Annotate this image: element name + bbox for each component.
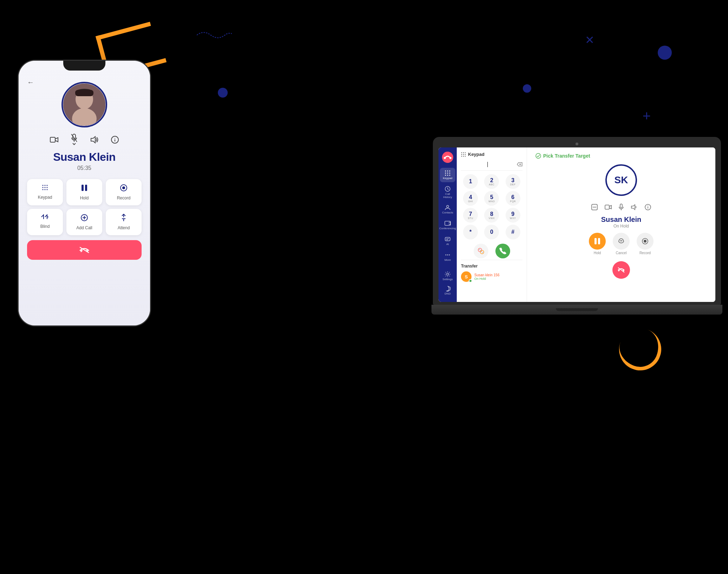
video-icon[interactable]	[50, 136, 58, 143]
sidebar-item-more[interactable]: More	[440, 250, 455, 264]
attend-action-button[interactable]: Attend	[106, 209, 142, 235]
svg-point-62	[461, 156, 462, 156]
keypad-panel-title: Keypad	[461, 152, 522, 157]
key-1[interactable]: 1	[463, 174, 478, 189]
key-4[interactable]: 4 GHI	[463, 191, 478, 206]
deco-orange-arc	[613, 322, 667, 376]
add-call-action-button[interactable]: Add Call	[66, 209, 102, 235]
svg-point-34	[442, 152, 453, 163]
svg-point-17	[45, 187, 46, 188]
right-panel: Pick Transfer Target SK	[527, 147, 715, 302]
cancel-button[interactable]	[613, 233, 630, 250]
key-3[interactable]: 3 DEF	[506, 174, 520, 189]
mic-muted-icon[interactable]	[71, 134, 77, 146]
keypad-display[interactable]: |	[461, 161, 515, 167]
svg-point-58	[465, 152, 466, 153]
pick-transfer-label: Pick Transfer Target	[543, 153, 590, 159]
phone-action-grid: Keypad Hold Record	[27, 179, 142, 235]
svg-point-54	[449, 254, 450, 255]
key-6[interactable]: 6 PQR	[506, 191, 520, 206]
transfer-contact-item[interactable]: S Susan klein 156 On Hold	[461, 271, 522, 282]
info-icon[interactable]	[111, 136, 119, 144]
transfer-title: Transfer	[461, 264, 522, 269]
sidebar-item-keypad[interactable]: Keypad	[440, 168, 455, 182]
svg-point-36	[449, 157, 451, 159]
sidebar-keypad-label: Keypad	[443, 177, 452, 180]
sidebar-item-conferencing[interactable]: Conferencing	[440, 218, 455, 232]
transfer-button[interactable]	[474, 244, 488, 258]
key-7[interactable]: 7 STU	[463, 208, 478, 223]
sidebar-item-call-history[interactable]: Call History	[440, 184, 455, 201]
caller-status-display: On Hold	[613, 224, 629, 229]
deco-dot-navy-1	[218, 88, 228, 98]
deco-dot-navy-3	[658, 46, 672, 60]
blind-action-button[interactable]: Blind	[27, 209, 63, 235]
end-call-circle-button[interactable]	[612, 261, 630, 279]
hold-action: Hold	[589, 233, 606, 255]
svg-rect-73	[605, 205, 609, 209]
record-icon	[120, 184, 128, 193]
svg-line-69	[479, 249, 483, 253]
call-video-icon[interactable]	[605, 204, 612, 211]
svg-point-56	[461, 152, 462, 153]
transfer-status: On Hold	[474, 277, 499, 281]
avatar	[61, 82, 107, 127]
call-speaker-icon[interactable]	[631, 204, 638, 212]
speaker-icon[interactable]	[90, 136, 98, 144]
sidebar-conferencing-label: Conferencing	[439, 227, 456, 230]
svg-rect-4	[75, 90, 93, 96]
sidebar-ai-label: AI	[446, 243, 449, 246]
sidebar-more-label: More	[444, 259, 451, 262]
pick-transfer-target-header: Pick Transfer Target	[535, 153, 590, 159]
svg-point-80	[648, 206, 648, 206]
keypad-action-button[interactable]: Keypad	[27, 179, 63, 205]
dial-button[interactable]	[495, 244, 510, 258]
transfer-contact-name: Susan klein 156	[474, 273, 499, 277]
transfer-avatar: S	[461, 271, 472, 282]
key-8[interactable]: 8 VWX	[484, 208, 499, 223]
key-0[interactable]: 0	[484, 225, 499, 239]
camera-dot	[576, 143, 578, 145]
call-mic-icon[interactable]	[619, 204, 624, 212]
svg-point-39	[449, 171, 450, 172]
svg-rect-23	[85, 185, 87, 191]
key-9[interactable]: 9 WXY	[506, 208, 520, 223]
add-call-label: Add Call	[76, 225, 92, 230]
sidebar-item-settings[interactable]: Settings	[440, 269, 455, 283]
back-button[interactable]: ←	[27, 78, 34, 86]
blind-icon	[41, 214, 49, 222]
cancel-action-label: Cancel	[616, 251, 626, 255]
call-transfer-icon[interactable]	[591, 204, 598, 212]
online-status-dot	[469, 279, 472, 283]
hold-button[interactable]	[589, 233, 606, 250]
call-info-icon[interactable]	[645, 204, 651, 212]
keypad-grid: 1 2 ABC 3 DEF 4 GHI	[461, 174, 522, 239]
end-call-button[interactable]	[27, 240, 142, 260]
sidebar-settings-label: Settings	[443, 278, 453, 281]
svg-point-53	[447, 254, 448, 255]
hold-action-button[interactable]: Hold	[66, 179, 102, 205]
hold-icon	[81, 184, 88, 193]
sidebar-item-contacts[interactable]: Contacts	[440, 202, 455, 217]
key-star[interactable]: *	[463, 225, 478, 239]
record-action-button[interactable]: Record	[106, 179, 142, 205]
svg-point-60	[463, 154, 464, 154]
sidebar-item-ai[interactable]: AI	[440, 234, 455, 248]
key-hash[interactable]: #	[506, 225, 520, 239]
phone-notch	[63, 61, 105, 71]
record-label: Record	[117, 196, 131, 200]
key-5[interactable]: 5 MNO	[484, 191, 499, 206]
laptop-screen: Keypad Call History Contacts	[438, 147, 715, 302]
key-2[interactable]: 2 ABC	[484, 174, 499, 189]
sidebar-item-dnd[interactable]: DND	[440, 283, 455, 298]
attend-label: Attend	[118, 225, 130, 230]
svg-point-37	[445, 171, 446, 172]
svg-point-52	[446, 254, 447, 255]
laptop-base	[431, 305, 722, 315]
deco-dot-navy-2	[523, 84, 531, 93]
laptop-container: Keypad Call History Contacts	[433, 137, 721, 315]
app-sidebar: Keypad Call History Contacts	[438, 147, 457, 302]
avatar-image	[63, 84, 105, 126]
record-button[interactable]	[637, 233, 654, 250]
svg-rect-82	[598, 238, 600, 244]
